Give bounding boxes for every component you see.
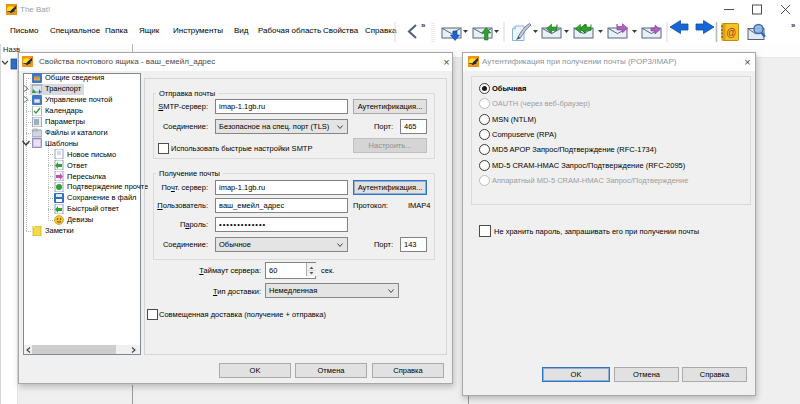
svg-text:»: » [791, 21, 796, 30]
svg-text:»: » [421, 21, 426, 30]
svg-text:@: @ [726, 27, 736, 38]
